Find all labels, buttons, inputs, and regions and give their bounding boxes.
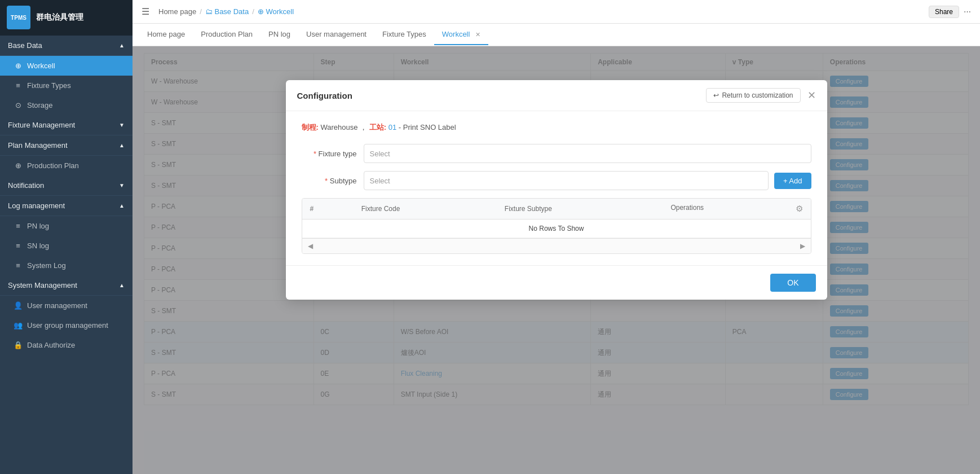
breadcrumb: Home page / 🗂 Base Data / ⊕ Workcell [158, 7, 294, 16]
tab-close-icon[interactable]: ✕ [475, 31, 480, 38]
hamburger-icon[interactable]: ☰ [142, 6, 149, 17]
user-mgmt-icon: 👤 [14, 301, 23, 310]
tab-pn-log[interactable]: PN log [261, 24, 298, 45]
sidebar-item-data-authorize[interactable]: 🔒 Data Authorize [0, 335, 133, 355]
breadcrumb-sep-2: / [252, 7, 254, 16]
sidebar-group-log[interactable]: Log management ▲ [0, 196, 133, 216]
inner-table-footer: ◀ ▶ [302, 238, 811, 253]
inner-table-wrap: # Fixture Code Fixture Subtype [302, 198, 811, 254]
modal-footer: OK [286, 265, 827, 300]
tab-user-management[interactable]: User management [298, 24, 374, 45]
sidebar-item-user-management[interactable]: 👤 User management [0, 296, 133, 315]
fixture-types-icon: ≡ [14, 81, 23, 90]
sidebar-item-workcell-label: Workcell [27, 62, 55, 70]
scroll-left-icon[interactable]: ◀ [308, 242, 313, 250]
logo-text: TPMS [11, 15, 27, 21]
fixture-type-label: * Fixture type [302, 150, 364, 158]
process-label: 制程: [302, 123, 319, 131]
ok-button[interactable]: OK [770, 274, 815, 292]
sidebar-section-fixture-mgmt: Fixture Management ▼ [0, 115, 133, 135]
station-sep: - [399, 123, 403, 131]
inner-col-fixture-code: Fixture Code [354, 199, 497, 220]
modal-overlay: Configuration ↩ Return to customization … [133, 46, 980, 474]
sidebar-group-fixture-mgmt[interactable]: Fixture Management ▼ [0, 115, 133, 135]
breadcrumb-basedata[interactable]: 🗂 Base Data [205, 7, 249, 16]
sidebar: TPMS 群电治具管理 Base Data ▲ ⊕ Workcell ≡ Fix… [0, 0, 133, 474]
inner-col-operations: Operations ⚙ [663, 199, 810, 220]
sidebar-item-production-plan-label: Production Plan [27, 161, 79, 170]
folder-icon: 🗂 [205, 7, 213, 16]
process-value: Warehouse [320, 123, 357, 131]
tab-workcell[interactable]: Workcell ✕ [434, 24, 488, 45]
breadcrumb-home[interactable]: Home page [158, 7, 196, 16]
return-icon: ↩ [713, 91, 719, 99]
sidebar-group-notification[interactable]: Notification ▼ [0, 175, 133, 196]
sidebar-item-sn-log[interactable]: ≡ SN log [0, 236, 133, 256]
sidebar-item-fixture-types-label: Fixture Types [27, 81, 71, 90]
sidebar-group-plan[interactable]: Plan Management ▲ [0, 135, 133, 156]
sidebar-item-user-management-label: User management [27, 301, 87, 310]
breadcrumb-current: ⊕ Workcell [258, 7, 294, 16]
tab-production-plan[interactable]: Production Plan [193, 24, 261, 45]
tab-homepage[interactable]: Home page [139, 24, 193, 45]
subtype-select[interactable]: Select [364, 171, 769, 190]
add-button[interactable]: + Add [774, 173, 811, 189]
sidebar-group-system-label: System Management [8, 281, 77, 289]
sidebar-item-storage[interactable]: ⊙ Storage [0, 95, 133, 115]
scroll-right-icon[interactable]: ▶ [800, 242, 805, 250]
fixture-table: # Fixture Code Fixture Subtype [302, 199, 811, 238]
modal-header-right: ↩ Return to customization ✕ [706, 88, 815, 103]
sidebar-item-workcell[interactable]: ⊕ Workcell [0, 56, 133, 76]
chevron-up-icon-2: ▲ [119, 142, 125, 148]
sidebar-item-storage-label: Storage [27, 101, 53, 109]
sidebar-item-production-plan[interactable]: ⊕ Production Plan [0, 156, 133, 175]
sidebar-group-plan-label: Plan Management [8, 141, 68, 150]
sidebar-group-log-label: Log management [8, 201, 65, 210]
inner-col-hash: # [302, 199, 354, 220]
user-group-icon: 👥 [14, 321, 23, 330]
production-plan-icon: ⊕ [14, 161, 23, 170]
modal-body: 制程: Warehouse ， 工站: 01 - Print SNO Label… [286, 111, 827, 265]
sidebar-item-data-authorize-label: Data Authorize [27, 341, 75, 349]
station-code: 01 [389, 123, 396, 131]
storage-icon: ⊙ [14, 101, 23, 109]
app-title: 群电治具管理 [36, 12, 83, 23]
modal-close-button[interactable]: ✕ [807, 90, 816, 100]
topbar-right: Share ⋯ [929, 6, 971, 18]
pn-log-icon: ≡ [14, 222, 23, 230]
sidebar-group-basedata[interactable]: Base Data ▲ [0, 36, 133, 56]
subtype-label: * Subtype [302, 177, 364, 185]
topbar: ☰ Home page / 🗂 Base Data / ⊕ Workcell S… [133, 0, 980, 24]
subtype-row: * Subtype Select + Add [302, 171, 811, 190]
sn-log-icon: ≡ [14, 242, 23, 250]
data-authorize-icon: 🔒 [14, 341, 23, 349]
configuration-modal: Configuration ↩ Return to customization … [286, 80, 827, 300]
sidebar-item-user-group[interactable]: 👥 User group management [0, 315, 133, 335]
sidebar-item-system-log[interactable]: ≡ System Log [0, 256, 133, 275]
sidebar-section-basedata: Base Data ▲ ⊕ Workcell ≡ Fixture Types ⊙… [0, 36, 133, 115]
share-button[interactable]: Share [929, 6, 959, 18]
return-to-customization-button[interactable]: ↩ Return to customization [706, 88, 800, 103]
modal-header: Configuration ↩ Return to customization … [286, 80, 827, 111]
chevron-down-icon-2: ▼ [119, 182, 125, 188]
fixture-type-row: * Fixture type Select [302, 144, 811, 163]
sidebar-section-system: System Management ▲ 👤 User management 👥 … [0, 275, 133, 355]
sidebar-item-user-group-label: User group management [27, 321, 108, 330]
sidebar-group-basedata-label: Base Data [8, 41, 42, 50]
sidebar-item-fixture-types[interactable]: ≡ Fixture Types [0, 76, 133, 95]
modal-subtitle: 制程: Warehouse ， 工站: 01 - Print SNO Label [302, 122, 811, 133]
tab-fixture-types[interactable]: Fixture Types [374, 24, 434, 45]
sidebar-group-system[interactable]: System Management ▲ [0, 275, 133, 296]
sidebar-logo: TPMS 群电治具管理 [0, 0, 133, 36]
sidebar-item-pn-log[interactable]: ≡ PN log [0, 216, 133, 236]
station-name: Print SNO Label [403, 123, 456, 131]
sidebar-section-plan: Plan Management ▲ ⊕ Production Plan [0, 135, 133, 175]
fixture-type-select[interactable]: Select [364, 144, 811, 163]
sidebar-item-system-log-label: System Log [27, 261, 66, 270]
more-icon[interactable]: ⋯ [964, 7, 971, 16]
chevron-down-icon: ▼ [119, 122, 125, 128]
gear-icon[interactable]: ⚙ [796, 204, 803, 214]
workcell-nav-icon: ⊕ [258, 7, 264, 16]
sidebar-item-pn-log-label: PN log [27, 222, 49, 230]
tabbar: Home page Production Plan PN log User ma… [133, 24, 980, 46]
